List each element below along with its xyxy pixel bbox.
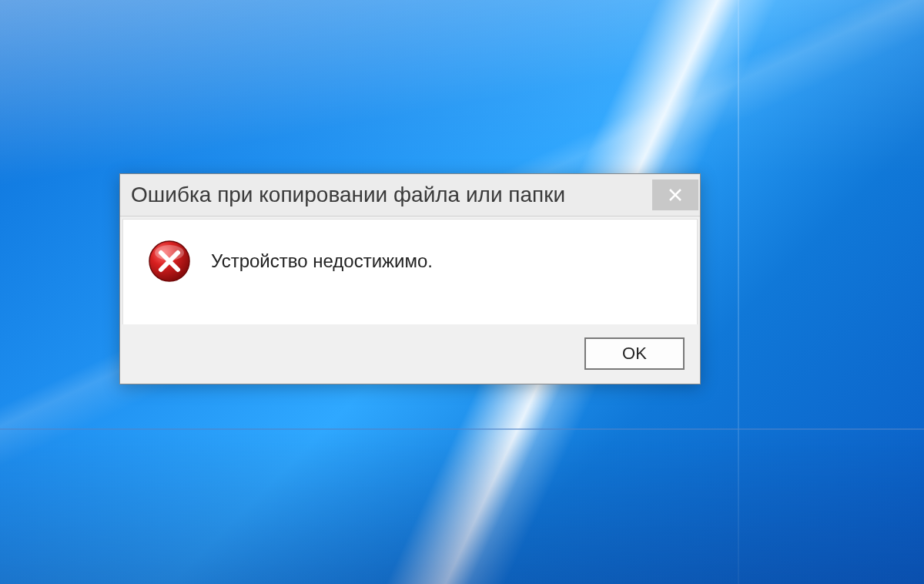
wallpaper-line: [738, 0, 739, 584]
dialog-content: Устройство недостижимо.: [122, 219, 698, 324]
close-button[interactable]: [652, 180, 698, 210]
dialog-title: Ошибка при копировании файла или папки: [131, 183, 565, 207]
error-icon: [148, 240, 191, 286]
error-message: Устройство недостижимо.: [211, 243, 433, 272]
desktop-background: Ошибка при копировании файла или папки: [0, 0, 924, 584]
ok-button[interactable]: OK: [584, 337, 685, 370]
dialog-button-row: OK: [120, 327, 700, 384]
error-dialog: Ошибка при копировании файла или папки: [119, 173, 701, 384]
dialog-titlebar[interactable]: Ошибка при копировании файла или папки: [120, 174, 700, 216]
close-icon: [668, 188, 682, 202]
